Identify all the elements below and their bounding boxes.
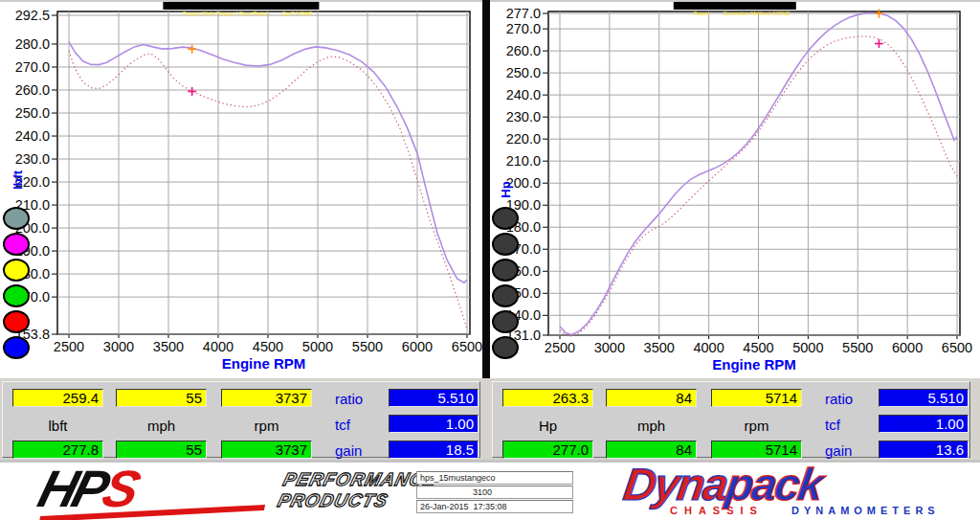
- channel-button-0-icon[interactable]: [492, 207, 519, 230]
- ratio-label: ratio: [335, 391, 363, 407]
- torque-chart: 250030003500400045005000550060006500292.…: [0, 2, 482, 380]
- x-axis-title: Engine RPM: [222, 355, 306, 372]
- y-tick-label: 210.0: [506, 153, 541, 169]
- torque-chart-title: Torque (Axle Torque / Gear Ratio): [183, 11, 269, 16]
- y-tick-label: 250.0: [506, 65, 541, 80]
- x-tick-label: 3000: [103, 339, 134, 354]
- torque-prev-cursor-rpm: 3737: [221, 389, 312, 407]
- charts-row: Torque (Axle Torque / Gear Ratio)CorF NO…: [0, 0, 980, 378]
- run-config-field[interactable]: stock 3100: [416, 486, 573, 499]
- torque-curr-cursor-value: 277.8: [12, 441, 103, 459]
- power-unit-label: Hp: [502, 418, 593, 434]
- torque-curr-cursor-rpm: 3737: [221, 441, 312, 459]
- power-curr-cursor-rpm: 5714: [711, 441, 802, 459]
- plot-area: [57, 11, 470, 334]
- x-tick-label: 2500: [54, 339, 84, 354]
- x-tick-label: 3000: [594, 340, 625, 355]
- y-tick-label: 260.0: [15, 82, 50, 98]
- logo-strip: HPS PERFORMANCE PRODUCTS hps_15mustangec…: [0, 460, 980, 520]
- rpm-unit-label: rpm: [221, 418, 312, 434]
- torque-chart-header: Torque (Axle Torque / Gear Ratio)CorF NO…: [163, 2, 319, 10]
- channel-button-4-icon[interactable]: [492, 310, 519, 333]
- ratio-value: 5.510: [389, 389, 479, 407]
- x-tick-label: 6000: [402, 339, 433, 354]
- power-prev-cursor-value: 263.3: [502, 389, 593, 407]
- x-tick-label: 5500: [352, 339, 383, 354]
- torque-unit-label: lbft: [12, 418, 103, 434]
- power-prev-cursor-mph: 84: [606, 389, 697, 407]
- torque-chart-panel: Torque (Axle Torque / Gear Ratio)CorF NO…: [0, 0, 482, 378]
- torque-curr-cursor-mph: 55: [116, 441, 207, 459]
- x-tick-label: 3500: [644, 340, 675, 355]
- mph-unit-label: mph: [116, 418, 207, 434]
- y-tick-label: 230.0: [15, 151, 50, 167]
- y-tick-label: 277.0: [506, 6, 541, 21]
- y-tick-label: 240.0: [506, 87, 541, 102]
- y-tick-label: 270.0: [15, 59, 50, 75]
- channel-button-4-icon[interactable]: [3, 310, 30, 333]
- run-timestamp-field[interactable]: 26-Jan-2015 17:35:08: [416, 500, 573, 513]
- readout-row: 259.4 55 3737 lbft mph rpm 277.8 55 3737…: [0, 378, 980, 460]
- channel-button-5-icon[interactable]: [3, 336, 30, 359]
- rpm-unit-label: rpm: [711, 418, 802, 434]
- dynapack-logo-text: Dynapack: [621, 464, 943, 505]
- y-tick-label: 220.0: [506, 131, 541, 147]
- channel-button-0-icon[interactable]: [3, 207, 30, 230]
- y-axis-title: lbft: [11, 170, 25, 190]
- gain-value: 13.6: [879, 441, 969, 459]
- tcf-label: tcf: [825, 417, 840, 433]
- channel-button-3-icon[interactable]: [3, 284, 30, 307]
- x-tick-label: 3500: [153, 339, 184, 354]
- channel-button-2-icon[interactable]: [3, 259, 30, 282]
- y-tick-label: 292.5: [15, 8, 50, 23]
- x-tick-label: 4000: [693, 340, 724, 355]
- x-tick-label: 4000: [203, 339, 234, 354]
- x-tick-label: 2500: [545, 340, 575, 355]
- gain-label: gain: [825, 442, 852, 459]
- power-chart-title: Power: [693, 11, 709, 16]
- power-readout-panel: 263.3 84 5714 Hp mph rpm 277.0 84 5714 r…: [492, 381, 970, 458]
- channel-button-5-icon[interactable]: [492, 336, 519, 359]
- torque-prev-cursor-mph: 55: [116, 389, 207, 407]
- dynapack-logo: Dynapack CHASSIS DYNAMOMETERS: [624, 464, 940, 516]
- y-tick-label: 280.0: [15, 36, 50, 52]
- run-name-field[interactable]: hps_15mustangeco: [416, 471, 573, 485]
- hps-products-text: PRODUCTS: [276, 490, 434, 511]
- x-axis-title: Engine RPM: [712, 356, 796, 373]
- y-tick-label: 240.0: [15, 128, 50, 144]
- x-tick-label: 5000: [792, 340, 823, 355]
- ratio-value: 5.510: [879, 389, 969, 407]
- run-config-value: 3100: [473, 486, 492, 498]
- hps-logo-text: HPS: [34, 466, 141, 510]
- y-tick-label: 230.0: [506, 109, 541, 124]
- channel-button-3-icon[interactable]: [492, 284, 519, 307]
- dynapack-pack: pack: [723, 459, 825, 509]
- channel-button-1-icon[interactable]: [3, 233, 30, 256]
- x-tick-label: 6000: [892, 340, 923, 355]
- power-curr-cursor-value: 277.0: [502, 441, 593, 459]
- x-tick-label: 4500: [743, 340, 773, 355]
- y-tick-label: 260.0: [506, 43, 541, 58]
- channel-button-2-icon[interactable]: [492, 259, 519, 282]
- gain-value: 18.5: [389, 441, 479, 459]
- gain-label: gain: [335, 442, 362, 459]
- dyno-app-window: Torque (Axle Torque / Gear Ratio)CorF NO…: [0, 0, 980, 520]
- hps-logo: HPS PERFORMANCE PRODUCTS: [34, 466, 141, 510]
- tcf-label: tcf: [335, 417, 350, 433]
- x-tick-label: 5500: [842, 340, 873, 355]
- torque-readout-panel: 259.4 55 3737 lbft mph rpm 277.8 55 3737…: [2, 381, 480, 458]
- y-tick-label: 250.0: [15, 105, 50, 121]
- power-chart-header: PowerCorrection Method: NONE: [674, 2, 796, 10]
- x-tick-label: 5000: [302, 339, 333, 354]
- panel-divider: [482, 0, 490, 378]
- x-tick-label: 6500: [942, 340, 972, 355]
- dynapack-dyna: Dyna: [620, 459, 729, 509]
- power-correction-status: Correction Method: NONE: [723, 11, 790, 16]
- y-tick-label: 270.0: [506, 21, 541, 36]
- tcf-value: 1.00: [879, 415, 969, 433]
- power-chart-panel: PowerCorrection Method: NONE 25003000350…: [490, 0, 980, 378]
- torque-correction-status: CorF NONE: [281, 11, 312, 16]
- run-info-box: hps_15mustangeco stock 3100 26-Jan-2015 …: [416, 471, 573, 514]
- channel-button-1-icon[interactable]: [492, 233, 519, 256]
- ratio-label: ratio: [825, 391, 853, 407]
